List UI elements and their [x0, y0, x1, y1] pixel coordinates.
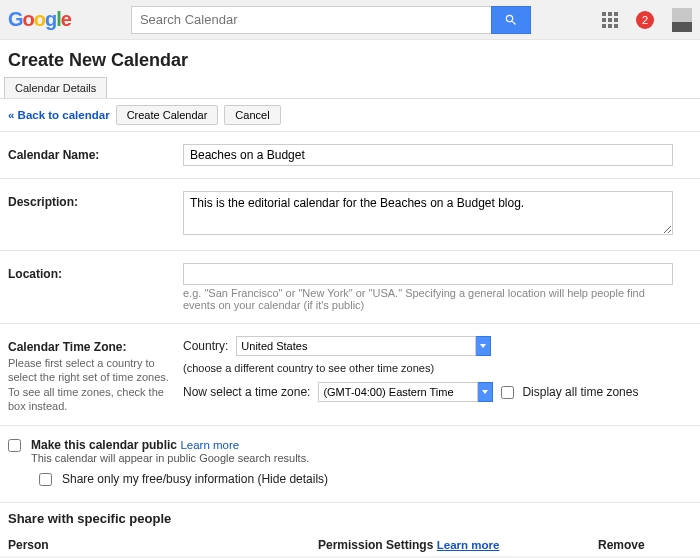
- location-hint: e.g. "San Francisco" or "New York" or "U…: [183, 287, 673, 311]
- share-freebusy-checkbox[interactable]: [39, 473, 52, 486]
- back-to-calendar-link[interactable]: « Back to calendar: [8, 109, 110, 121]
- country-hint: (choose a different country to see other…: [183, 362, 673, 374]
- description-textarea[interactable]: [183, 191, 673, 235]
- search-input[interactable]: [131, 6, 491, 34]
- share-col-person: Person: [8, 538, 318, 552]
- timezone-select-label: Now select a time zone:: [183, 385, 310, 399]
- search-icon: [504, 13, 518, 27]
- calendar-name-input[interactable]: [183, 144, 673, 166]
- timezone-select[interactable]: (GMT-04:00) Eastern Time: [318, 382, 478, 402]
- location-label: Location:: [8, 263, 183, 281]
- display-all-timezones-checkbox[interactable]: [501, 386, 514, 399]
- cancel-button[interactable]: Cancel: [224, 105, 280, 125]
- share-col-remove: Remove: [598, 538, 692, 552]
- notifications-badge[interactable]: 2: [636, 11, 654, 29]
- share-heading: Share with specific people: [0, 503, 700, 534]
- timezone-hint: Please first select a country to select …: [8, 356, 173, 413]
- chevron-down-icon: [475, 336, 491, 356]
- search-button[interactable]: [491, 6, 531, 34]
- public-learn-more-link[interactable]: Learn more: [180, 439, 239, 451]
- tab-calendar-details[interactable]: Calendar Details: [4, 77, 107, 98]
- country-label: Country:: [183, 339, 228, 353]
- description-label: Description:: [8, 191, 183, 209]
- apps-icon[interactable]: [602, 12, 618, 28]
- make-public-label: Make this calendar public: [31, 438, 177, 452]
- google-logo[interactable]: Google: [8, 8, 71, 31]
- create-calendar-button[interactable]: Create Calendar: [116, 105, 219, 125]
- country-select[interactable]: United States: [236, 336, 476, 356]
- public-hint: This calendar will appear in public Goog…: [31, 452, 328, 464]
- avatar[interactable]: [672, 8, 692, 32]
- location-input[interactable]: [183, 263, 673, 285]
- share-freebusy-label: Share only my free/busy information (Hid…: [62, 472, 328, 486]
- permission-learn-more-link[interactable]: Learn more: [437, 539, 500, 551]
- make-public-checkbox[interactable]: [8, 439, 21, 452]
- share-col-permission: Permission Settings: [318, 538, 433, 552]
- timezone-label: Calendar Time Zone:: [8, 336, 183, 354]
- page-title: Create New Calendar: [0, 40, 700, 77]
- calendar-name-label: Calendar Name:: [8, 144, 183, 162]
- display-all-timezones-label: Display all time zones: [522, 385, 638, 399]
- chevron-down-icon: [477, 382, 493, 402]
